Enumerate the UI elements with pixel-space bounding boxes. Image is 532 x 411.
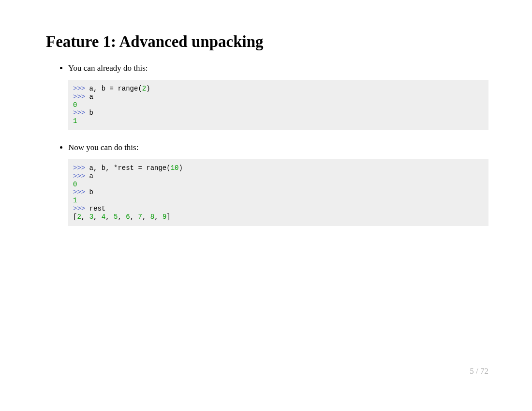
prompt-icon: >>> bbox=[73, 93, 89, 101]
prompt-icon: >>> bbox=[73, 164, 89, 172]
bullet-text: Now you can do this: bbox=[68, 143, 488, 152]
prompt-icon: >>> bbox=[73, 85, 89, 92]
code-output: 0 bbox=[73, 101, 77, 109]
code-text: rest bbox=[89, 205, 106, 213]
code-text: , bbox=[142, 213, 150, 221]
code-text: , bbox=[154, 213, 163, 221]
prompt-icon: >>> bbox=[73, 205, 89, 213]
code-text: , bbox=[81, 213, 89, 221]
code-output: 1 bbox=[73, 117, 77, 125]
slide-title: Feature 1: Advanced unpacking bbox=[46, 33, 488, 51]
code-output: 0 bbox=[73, 181, 77, 188]
code-text: b bbox=[89, 109, 93, 117]
code-number: 10 bbox=[171, 164, 179, 172]
code-text: a, b, *rest = range( bbox=[89, 164, 171, 172]
code-number: 4 bbox=[102, 213, 105, 221]
code-text: a bbox=[89, 93, 93, 101]
page-indicator: 5 / 72 bbox=[470, 366, 488, 376]
code-number: 8 bbox=[150, 213, 154, 221]
list-item: You can already do this: >>> a, b = rang… bbox=[68, 63, 488, 130]
code-number: 7 bbox=[138, 213, 142, 221]
bullet-list: You can already do this: >>> a, b = rang… bbox=[46, 63, 488, 226]
code-text: a, b = range( bbox=[89, 85, 142, 92]
code-text: , bbox=[118, 213, 126, 221]
prompt-icon: >>> bbox=[73, 109, 89, 117]
code-block-2: >>> a, b, *rest = range(10) >>> a 0 >>> … bbox=[68, 159, 488, 226]
code-text: , bbox=[105, 213, 114, 221]
code-text: b bbox=[89, 188, 93, 196]
code-text: a bbox=[89, 172, 93, 180]
code-text: ) bbox=[178, 164, 182, 172]
prompt-icon: >>> bbox=[73, 172, 89, 180]
bullet-text: You can already do this: bbox=[68, 63, 488, 73]
code-text: , bbox=[130, 213, 138, 221]
code-text: ) bbox=[146, 85, 150, 92]
code-number: 2 bbox=[77, 213, 81, 221]
code-output: 1 bbox=[73, 197, 77, 204]
code-block-1: >>> a, b = range(2) >>> a 0 >>> b 1 bbox=[68, 80, 488, 130]
code-text: ] bbox=[166, 213, 170, 221]
code-number: 3 bbox=[89, 213, 93, 221]
code-number: 2 bbox=[142, 85, 146, 92]
list-item: Now you can do this: >>> a, b, *rest = r… bbox=[68, 143, 488, 226]
code-number: 6 bbox=[126, 213, 130, 221]
prompt-icon: >>> bbox=[73, 188, 89, 196]
code-text: , bbox=[93, 213, 102, 221]
